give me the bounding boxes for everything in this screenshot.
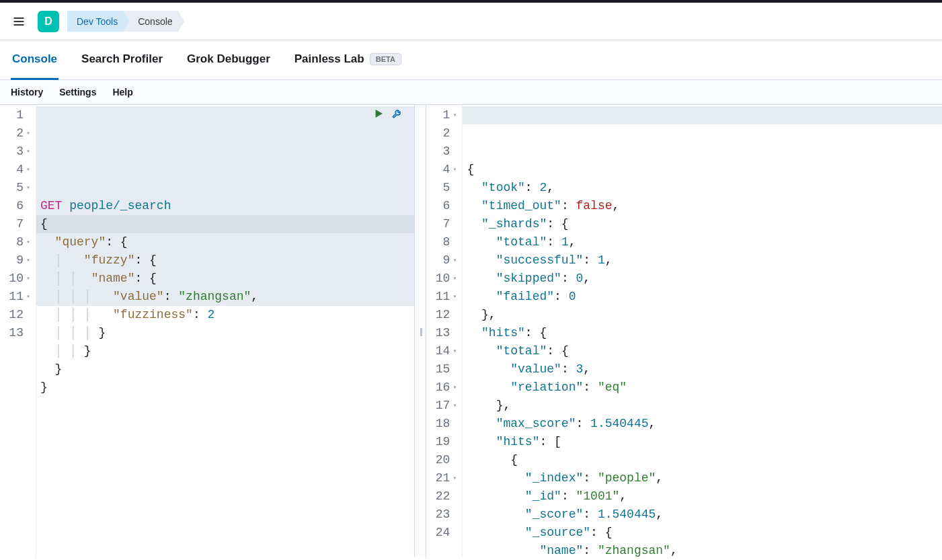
response-highlight-line [463,106,942,124]
sub-toolbar: History Settings Help [0,80,942,105]
response-gutter: 1▾2▾3▾4▾5▾6▾7▾8▾9▾10▾11▾12▾13▾14▾15▾16▾1… [426,105,463,557]
tab-search-profiler[interactable]: Search Profiler [80,40,164,80]
tab-grok-debugger[interactable]: Grok Debugger [186,40,272,80]
tab-console[interactable]: Console [11,40,58,80]
tab-label: Painless Lab [295,52,364,66]
run-request-icon[interactable] [372,108,385,120]
breadcrumb-label: Console [138,16,172,27]
tab-label: Console [12,52,57,66]
tab-painless-lab[interactable]: Painless Lab BETA [293,40,403,80]
header: D Dev Tools Console [0,3,942,40]
svg-marker-3 [376,110,383,118]
response-code[interactable]: { "took": 2, "timed_out": false, "_shard… [463,105,942,557]
history-link[interactable]: History [11,87,43,97]
breadcrumb-item-console[interactable]: Console [123,11,184,32]
beta-badge: BETA [370,53,401,65]
breadcrumb-label: Dev Tools [77,16,118,27]
workspace: 1▾2▾3▾4▾5▾6▾7▾8▾9▾10▾11▾12▾13▾ GET peopl… [0,105,942,557]
breadcrumb-item-devtools[interactable]: Dev Tools [67,11,130,32]
settings-link[interactable]: Settings [59,87,96,97]
splitter-handle-icon: || [420,327,421,336]
request-editor[interactable]: 1▾2▾3▾4▾5▾6▾7▾8▾9▾10▾11▾12▾13▾ GET peopl… [0,105,414,557]
wrench-icon[interactable] [391,108,403,120]
response-editor[interactable]: 1▾2▾3▾4▾5▾6▾7▾8▾9▾10▾11▾12▾13▾14▾15▾16▾1… [426,105,942,557]
tab-label: Search Profiler [81,52,163,66]
menu-toggle-button[interactable] [8,11,30,32]
help-link[interactable]: Help [112,87,132,97]
app-badge-initial: D [44,15,52,28]
pane-splitter[interactable]: || [414,105,426,557]
request-gutter: 1▾2▾3▾4▾5▾6▾7▾8▾9▾10▾11▾12▾13▾ [0,105,36,557]
request-code[interactable]: GET people/_search{ "query": { │ "fuzzy"… [36,105,414,557]
breadcrumb: Dev Tools Console [67,11,185,32]
app-badge: D [38,11,59,32]
tabs: Console Search Profiler Grok Debugger Pa… [0,40,942,80]
tab-label: Grok Debugger [187,52,270,66]
hamburger-icon [12,15,26,28]
